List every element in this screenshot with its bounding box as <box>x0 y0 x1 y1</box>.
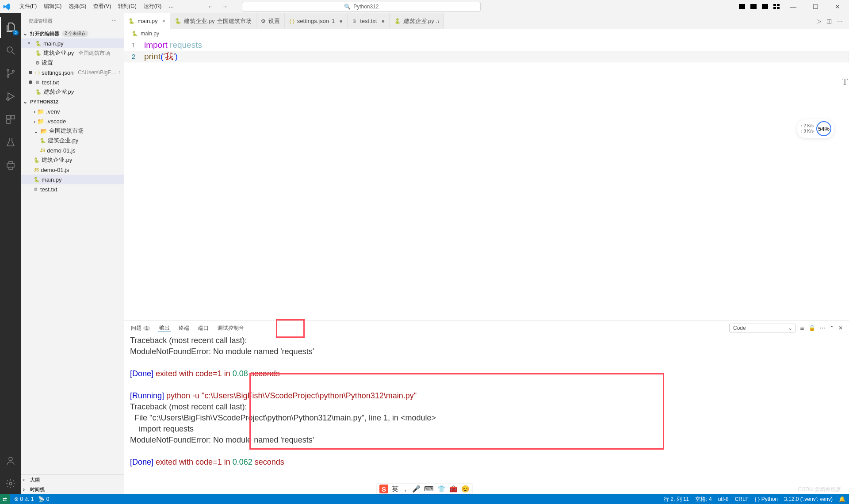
panel-output[interactable]: 输出 <box>158 324 171 332</box>
txt-file-icon: 🗎 <box>352 18 357 24</box>
menu-go[interactable]: 转到(G) <box>115 3 140 10</box>
menu-more[interactable]: … <box>165 3 177 10</box>
tab-settings-json[interactable]: { }settings.json1● <box>285 13 348 29</box>
tree-file[interactable]: 🗎test.txt <box>21 184 124 194</box>
customize-layout-icon[interactable] <box>773 3 780 10</box>
tree-folder[interactable]: ›📁.venv <box>21 107 124 116</box>
output-line: Traceback (most recent call last): <box>130 335 843 346</box>
code-editor[interactable]: 1import requests 2print('我') T <box>124 38 849 321</box>
tab-test[interactable]: 🗎test.txt● <box>348 13 390 29</box>
chevron-up-icon[interactable]: ⌃ <box>830 325 834 331</box>
panel-bottom-icon[interactable] <box>750 3 757 10</box>
activity-scm[interactable] <box>0 63 21 84</box>
activity-explorer[interactable]: 2 <box>0 17 21 38</box>
bottom-panel: 问题1 输出 终端 端口 调试控制台 Code ≣ 🔓 ⋯ ⌃ ✕ Traceb… <box>124 321 849 494</box>
activity-settings[interactable] <box>0 473 21 494</box>
face-icon[interactable]: 😊 <box>461 485 470 493</box>
mic-icon[interactable]: 🎤 <box>412 485 421 493</box>
remote-indicator[interactable]: ⇄ <box>0 494 10 504</box>
keyboard-icon[interactable]: ⌨ <box>424 485 434 493</box>
menu-run[interactable]: 运行(R) <box>140 3 165 10</box>
ime-punct[interactable]: ， <box>402 485 409 493</box>
ime-lang[interactable]: 英 <box>392 485 398 493</box>
filter-icon[interactable]: ≣ <box>800 325 804 331</box>
sidebar-more-icon[interactable]: ⋯ <box>112 18 117 24</box>
encoding-status[interactable]: utf-8 <box>718 496 729 502</box>
close-button[interactable]: ✕ <box>829 3 846 10</box>
tree-folder[interactable]: ⌄📂全国建筑市场 <box>21 126 124 136</box>
activity-testing[interactable] <box>0 132 21 153</box>
outline-header[interactable]: ›大纲 <box>21 475 124 485</box>
indent-status[interactable]: 空格: 4 <box>695 496 711 503</box>
unlock-icon[interactable]: 🔓 <box>809 325 815 331</box>
ime-toolbar[interactable]: S 英 ， 🎤 ⌨ 👕 🧰 😊 <box>377 484 472 494</box>
split-icon[interactable]: ◫ <box>826 18 832 24</box>
close-icon[interactable]: × <box>161 18 166 24</box>
panel-right-icon[interactable] <box>761 3 769 10</box>
activity-extensions[interactable] <box>0 109 21 130</box>
output-view[interactable]: Traceback (most recent call last): Modul… <box>124 335 849 494</box>
svg-rect-9 <box>777 7 780 9</box>
eol-status[interactable]: CRLF <box>735 496 749 502</box>
more-icon[interactable]: ⋯ <box>837 18 843 24</box>
open-editor-row[interactable]: 🐍建筑企业.py全国建筑市场 <box>21 48 124 58</box>
tab-settings[interactable]: ⚙设置 <box>256 13 285 29</box>
activity-search[interactable] <box>0 40 21 61</box>
panel-debug[interactable]: 调试控制台 <box>217 325 245 332</box>
sogou-icon[interactable]: S <box>379 485 388 493</box>
tab-building[interactable]: 🐍建筑企业.py全国建筑市场 <box>170 13 256 29</box>
tab-main[interactable]: 🐍main.py× <box>124 13 170 29</box>
menu-file[interactable]: 文件(F) <box>16 3 40 10</box>
tree-file[interactable]: 🐍main.py <box>21 175 124 184</box>
tab-label: 设置 <box>268 17 280 25</box>
account-icon <box>5 455 16 466</box>
output-select[interactable]: Code <box>729 324 795 332</box>
nav-back-icon[interactable]: ← <box>205 3 216 10</box>
open-editor-row[interactable]: ⚙设置 <box>21 58 124 68</box>
tree-file[interactable]: 🐍建筑企业.py <box>21 155 124 165</box>
notifications-icon[interactable]: 🔔 <box>839 496 845 502</box>
close-icon[interactable]: × <box>27 40 34 46</box>
tab-preview[interactable]: 🐍建筑企业.py .\ <box>390 13 444 29</box>
nav-forward-icon[interactable]: → <box>219 3 230 10</box>
menu-view[interactable]: 查看(V) <box>90 3 115 10</box>
activity-account[interactable] <box>0 450 21 471</box>
modified-dot-icon[interactable]: ● <box>337 18 343 24</box>
breadcrumb[interactable]: 🐍 main.py <box>124 29 849 38</box>
menu-edit[interactable]: 编辑(E) <box>40 3 65 10</box>
open-editor-row[interactable]: { }settings.jsonC:\Users\BigFis...1 <box>21 68 124 77</box>
activity-python[interactable] <box>0 155 21 176</box>
language-status[interactable]: { } Python <box>755 496 778 502</box>
maximize-button[interactable]: ☐ <box>807 3 824 10</box>
tree-file[interactable]: 🐍建筑企业.py <box>21 136 124 145</box>
activity-run[interactable] <box>0 86 21 107</box>
modified-dot-icon[interactable]: ● <box>379 18 385 24</box>
layout-icon[interactable] <box>738 3 746 10</box>
open-editor-row[interactable]: 🗎test.txt <box>21 77 124 87</box>
panel-ports[interactable]: 端口 <box>197 325 210 332</box>
network-widget[interactable]: ↑ 2 K/s ↓ 9 K/s 54% <box>797 119 834 138</box>
open-editors-header[interactable]: ⌄ 打开的编辑器 2 个未保存 <box>21 29 124 38</box>
open-editor-row[interactable]: 🐍建筑企业.py <box>21 87 124 97</box>
shirt-icon[interactable]: 👕 <box>437 485 446 493</box>
tree-folder[interactable]: ›📁.vscode <box>21 116 124 126</box>
panel-terminal[interactable]: 终端 <box>178 325 190 332</box>
tree-file[interactable]: JSdemo-01.js <box>21 145 124 155</box>
menu-selection[interactable]: 选择(S) <box>65 3 90 10</box>
tree-file[interactable]: JSdemo-01.js <box>21 165 124 175</box>
close-icon[interactable]: ✕ <box>838 325 843 331</box>
problems-status[interactable]: ⊗ 0 ⚠ 1 <box>14 496 34 502</box>
panel-problems[interactable]: 问题1 <box>130 325 151 332</box>
open-editor-row[interactable]: ×🐍main.py <box>21 38 124 48</box>
minimize-button[interactable]: — <box>784 3 802 10</box>
interpreter-status[interactable]: 3.12.0 ('.venv': venv) <box>784 496 833 502</box>
ports-status[interactable]: 📡 0 <box>38 496 49 502</box>
toolbox-icon[interactable]: 🧰 <box>449 485 458 493</box>
run-icon[interactable]: ▷ <box>817 18 821 24</box>
command-center[interactable]: 🔍 Python312 <box>242 2 481 11</box>
cursor-position[interactable]: 行 2, 列 11 <box>664 496 689 503</box>
title-right: — ☐ ✕ <box>738 3 846 10</box>
project-header[interactable]: ⌄ PYTHON312 <box>21 97 124 107</box>
more-icon[interactable]: ⋯ <box>820 325 825 331</box>
timeline-header[interactable]: ›时间线 <box>21 485 124 494</box>
